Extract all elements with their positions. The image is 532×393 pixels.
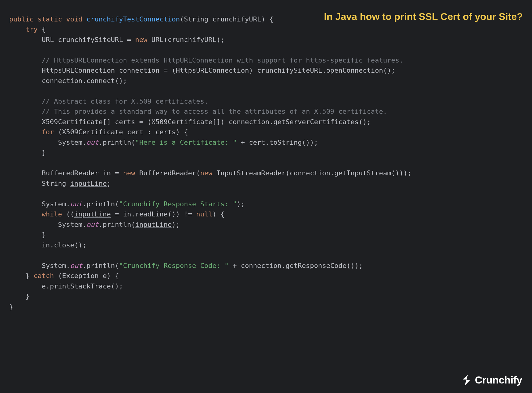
field-out: out [87,221,99,228]
code-text: .println( [98,139,135,146]
code-text: (Exception e) { [54,272,119,280]
code-text: String [42,180,70,187]
code-text: ) { [212,210,225,218]
code-text: + cert.toString()); [237,139,318,146]
field-out: out [70,262,83,269]
code-text: System. [58,139,87,146]
code-text: ); [237,200,245,208]
string-literal: "Here is a Certificate: " [135,139,237,146]
keyword-for: for [42,128,54,136]
code-text: connection.connect(); [42,77,127,85]
code-text: } [25,272,34,280]
code-text: .println( [82,262,119,269]
code-text: { [38,25,46,33]
code-text: .println( [98,221,135,228]
code-text: System. [58,221,87,228]
code-text: } [42,149,46,156]
code-text: (X509Certificate cert : certs) { [54,128,188,136]
keyword-new: new [123,169,135,177]
comment: // Abstract class for X.509 certificates… [42,97,208,105]
var-inputline: inputLine [74,210,111,218]
code-text: BufferedReader( [135,169,200,177]
keyword-public-static-void: public static void [9,15,82,23]
code-editor: public static void crunchifyTestConnecti… [0,0,532,315]
keyword-new: new [135,36,148,44]
keyword-catch: catch [33,272,54,280]
crunchify-logo-text: Crunchify [475,375,522,385]
comment: // This provides a standard way to acces… [42,108,387,115]
crunchify-logo: Crunchify [460,374,522,386]
method-name: crunchifyTestConnection [87,15,180,23]
keyword-while: while [42,210,62,218]
keyword-null: null [196,210,212,218]
code-text: = in.readLine()) != [111,210,196,218]
code-text: System. [42,200,70,208]
code-text: X509Certificate[] certs = (X509Certifica… [42,118,371,126]
code-text: HttpsURLConnection connection = (HttpsUR… [42,67,395,74]
code-text: System. [42,262,70,269]
field-out: out [70,200,83,208]
var-inputline: inputLine [70,180,107,187]
code-text: } [9,292,29,300]
keyword-try: try [25,25,38,33]
crunchify-logo-icon [460,374,472,386]
field-out: out [87,139,99,146]
heading-title: In Java how to print SSL Cert of your Si… [324,12,523,22]
code-text: ); [172,221,180,228]
code-text: in.close(); [42,241,87,249]
code-text: URL(crunchifyURL); [147,36,225,44]
code-text: ; [107,180,111,187]
keyword-new: new [200,169,213,177]
code-text: .println( [82,200,119,208]
string-literal: "Crunchify Response Starts: " [119,200,237,208]
var-inputline: inputLine [135,221,172,228]
code-text: (String crunchifyURL) { [180,15,273,23]
code-text: } [42,231,46,238]
code-text: + connection.getResponseCode()); [229,262,363,269]
code-text: (( [62,210,74,218]
code-text: } [9,303,13,311]
string-literal: "Crunchify Response Code: " [119,262,229,269]
code-text: BufferedReader in = [42,169,123,177]
code-text: InputStreamReader(connection.getInputStr… [212,169,411,177]
code-text: URL crunchifySiteURL = [42,36,135,44]
comment: // HttpsURLConnection extends HttpURLCon… [42,56,403,64]
code-text: e.printStackTrace(); [42,282,123,290]
